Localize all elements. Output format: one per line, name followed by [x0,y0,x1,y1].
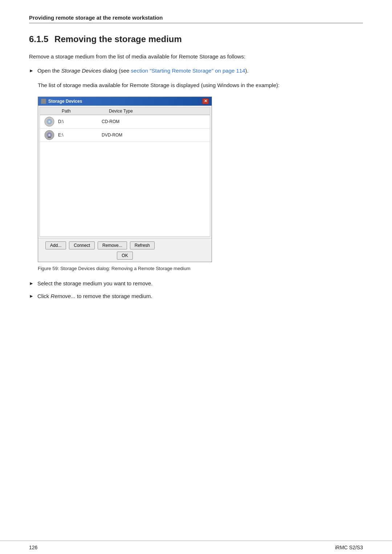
indented-paragraph: The list of storage media available for … [38,81,363,89]
page-link[interactable]: section "Starting Remote Storage" on pag… [131,68,245,74]
section-title-text: Removing the storage medium [54,34,182,44]
svg-point-5 [49,134,50,136]
cd-device-icon [43,117,56,127]
column-path: Path [62,109,109,114]
dialog-title-area: Storage Devices [41,99,82,104]
row-device-type: DVD-ROM [102,133,207,138]
close-icon: ✕ [204,99,207,103]
dialog-body: Path Device Type D:\ CD-ROM [40,107,210,237]
dialog-content-area [40,142,210,236]
ok-button[interactable]: OK [117,252,132,260]
svg-text:DVD: DVD [48,137,51,138]
bullet-arrow-icon: ► [29,67,34,74]
row-path: D:\ [58,119,102,124]
bullet-list-2: ► Select the storage medium you want to … [29,279,363,301]
product-name: iRMC S2/S3 [335,545,363,550]
refresh-button[interactable]: Refresh [130,241,155,249]
list-item: ► Select the storage medium you want to … [29,279,363,288]
page-number: 126 [29,545,37,550]
header-text: Providing remote storage at the remote w… [29,15,163,21]
storage-devices-italic: Storage Devices [61,68,101,74]
section-number: 6.1.5 [29,34,48,44]
button-row-ok: OK [117,252,132,260]
list-item: ► Open the Storage Devices dialog (see s… [29,66,363,75]
bullet-arrow-icon: ► [29,280,34,287]
column-device-type: Device Type [109,109,210,114]
list-item: ► Click Remove... to remove the storage … [29,292,363,300]
dialog-footer: Add... Connect Remove... Refresh OK [38,238,212,262]
page-footer: 126 iRMC S2/S3 [0,541,392,554]
bullet3-text: Click Remove... to remove the storage me… [37,292,152,300]
dialog-close-button[interactable]: ✕ [202,98,209,104]
bullet-arrow-icon: ► [29,293,34,300]
table-row[interactable]: D:\ CD-ROM [40,115,210,129]
add-button[interactable]: Add... [45,241,66,249]
intro-paragraph: Remove a storage medium from the list of… [29,52,363,61]
table-row[interactable]: DVD E:\ DVD-ROM [40,129,210,142]
bullet1-text: Open the Storage Devices dialog (see sec… [37,66,249,75]
storage-devices-dialog: Storage Devices ✕ Path Device Type [38,97,212,262]
bullet2-text: Select the storage medium you want to re… [37,279,153,288]
dvd-device-icon: DVD [43,130,56,140]
section-header: Providing remote storage at the remote w… [29,15,363,23]
remove-button[interactable]: Remove... [98,241,127,249]
dialog-titlebar: Storage Devices ✕ [38,97,212,106]
row-device-type: CD-ROM [102,119,207,124]
figure-caption: Figure 59: Storage Devices dialog: Remov… [38,266,363,271]
connect-button[interactable]: Connect [69,241,95,249]
row-path: E:\ [58,133,102,138]
section-title: 6.1.5 Removing the storage medium [29,34,363,44]
dialog-wrapper: Storage Devices ✕ Path Device Type [38,97,363,262]
button-row-primary: Add... Connect Remove... Refresh [42,241,208,249]
svg-point-2 [49,121,50,122]
remove-italic: Remove... [51,293,75,299]
dialog-title-text: Storage Devices [48,99,82,104]
dialog-app-icon [41,99,46,104]
table-header: Path Device Type [40,107,210,115]
bullet-list: ► Open the Storage Devices dialog (see s… [29,66,363,75]
